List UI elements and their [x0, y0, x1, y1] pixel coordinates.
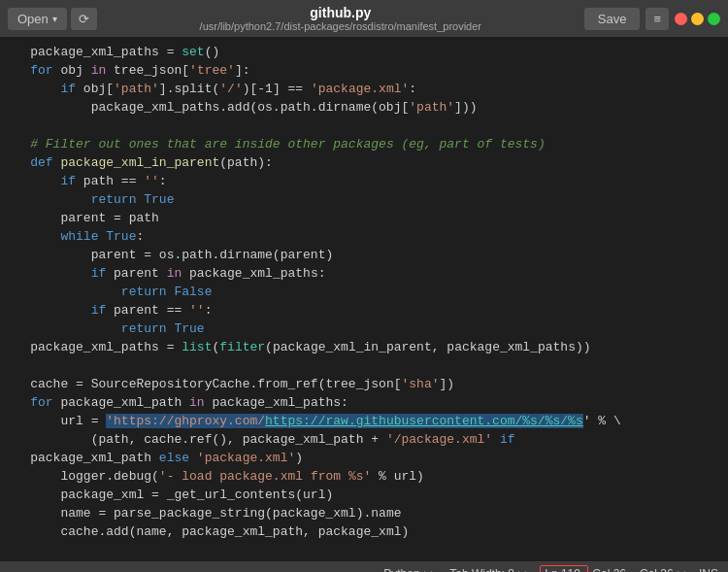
col-dropdown[interactable]: Col 36 — [636, 566, 689, 573]
menu-button[interactable]: ≡ — [645, 8, 669, 30]
ins-text: INS — [699, 567, 718, 573]
code-line: name = parse_package_string(package_xml)… — [0, 504, 728, 522]
code-line: return True — [0, 320, 728, 338]
code-line: for obj in tree_json['tree']: — [0, 61, 728, 80]
code-line: if obj['path'].split('/')[-1] == 'packag… — [0, 80, 728, 98]
titlebar-center: github.py /usr/lib/python2.7/dist-packag… — [97, 5, 584, 32]
titlebar-right: Save ≡ — [584, 8, 720, 30]
sync-icon-button[interactable]: ⟳ — [71, 8, 97, 30]
code-line: while True: — [0, 227, 728, 246]
language-select[interactable]: Python — [380, 566, 436, 573]
col-label: Col 36 — [592, 567, 626, 573]
code-line: package_xml_paths = set() — [0, 43, 728, 61]
code-line — [0, 117, 728, 135]
code-line: if parent in package_xml_paths: — [0, 264, 728, 283]
close-icon[interactable] — [675, 13, 687, 25]
code-line: def package_xml_in_parent(path): — [0, 153, 728, 172]
tab-width-select[interactable]: Tab Width: 8 — [446, 566, 530, 573]
tab-width-selector[interactable]: Tab Width: 8 — [446, 566, 530, 573]
code-line: # Filter out ones that are inside other … — [0, 135, 728, 153]
code-area: package_xml_paths = set() for obj in tre… — [0, 37, 728, 561]
code-line: (path, cache.ref(), package_xml_path + '… — [0, 430, 728, 449]
code-line: package_xml = _get_url_contents(url) — [0, 486, 728, 504]
line-col-indicator[interactable]: Ln 119, Col 36 — [540, 565, 626, 573]
code-line: parent = path — [0, 209, 728, 227]
code-line: parent = os.path.dirname(parent) — [0, 246, 728, 264]
titlebar: Open ⟳ github.py /usr/lib/python2.7/dist… — [0, 0, 728, 37]
code-line: url = 'https://ghproxy.com/https://raw.g… — [0, 412, 728, 430]
code-line: return cache — [0, 559, 728, 561]
code-line: cache = SourceRepositoryCache.from_ref(t… — [0, 375, 728, 393]
code-line: return False — [0, 283, 728, 301]
ln-col-text: Ln 119, — [545, 567, 583, 573]
maximize-icon[interactable] — [708, 13, 720, 25]
statusbar: Python Tab Width: 8 Ln 119, Col 36 Col 3… — [0, 561, 728, 572]
code-line: logger.debug('- load package.xml from %s… — [0, 467, 728, 486]
code-line: for package_xml_path in package_xml_path… — [0, 393, 728, 412]
ins-indicator: INS — [699, 567, 718, 573]
titlebar-left: Open ⟳ — [8, 8, 97, 30]
file-name: github.py — [97, 5, 584, 20]
save-button[interactable]: Save — [584, 8, 641, 30]
code-line: if parent == '': — [0, 301, 728, 320]
minimize-icon[interactable] — [691, 13, 704, 25]
code-line: return True — [0, 190, 728, 209]
code-line — [0, 356, 728, 375]
code-line: if path == '': — [0, 172, 728, 190]
col-select[interactable]: Col 36 — [636, 566, 689, 573]
window-controls — [675, 13, 720, 25]
ln-col-box: Ln 119, — [540, 565, 588, 573]
file-path: /usr/lib/python2.7/dist-packages/rosdist… — [97, 20, 584, 32]
language-selector[interactable]: Python — [380, 566, 436, 573]
code-line: package_xml_paths = list(filter(package_… — [0, 338, 728, 356]
code-line: package_xml_path else 'package.xml') — [0, 449, 728, 467]
open-button[interactable]: Open — [8, 8, 67, 30]
code-line: cache.add(name, package_xml_path, packag… — [0, 522, 728, 541]
code-line — [0, 541, 728, 559]
code-line: package_xml_paths.add(os.path.dirname(ob… — [0, 98, 728, 117]
